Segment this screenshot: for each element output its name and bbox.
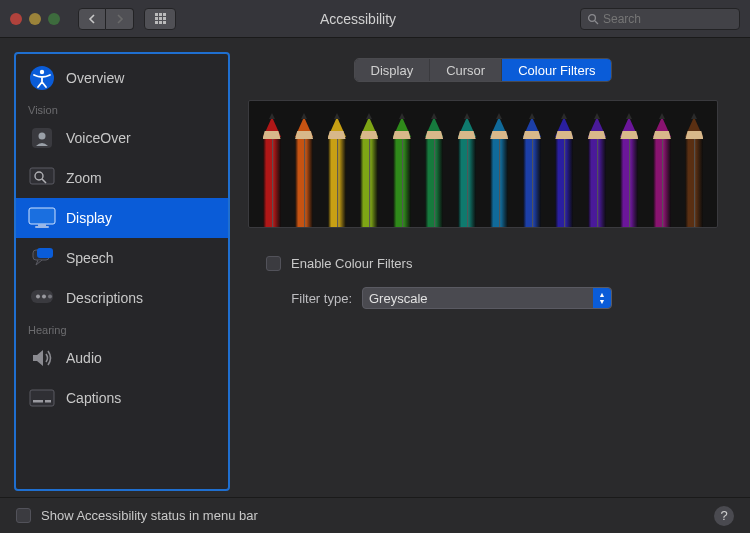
- svg-point-3: [40, 70, 44, 74]
- pencil: [424, 117, 444, 227]
- sidebar-item-label: VoiceOver: [66, 130, 131, 146]
- zoom-button[interactable]: [48, 13, 60, 25]
- accessibility-icon: [28, 64, 56, 92]
- forward-button[interactable]: [106, 8, 134, 30]
- sidebar-item-voiceover[interactable]: VoiceOver: [16, 118, 228, 158]
- audio-icon: [28, 344, 56, 372]
- enable-colour-filters-checkbox[interactable]: [266, 256, 281, 271]
- sidebar-section-vision: Vision: [16, 98, 228, 118]
- colour-preview: [248, 100, 718, 228]
- svg-line-1: [595, 21, 598, 24]
- filter-type-row: Filter type: Greyscale ▲▼: [266, 287, 718, 309]
- display-icon: [28, 204, 56, 232]
- pencil: [619, 117, 639, 227]
- svg-rect-11: [35, 226, 49, 228]
- svg-rect-13: [37, 248, 53, 258]
- tab-cursor[interactable]: Cursor: [430, 59, 502, 81]
- sidebar-item-descriptions[interactable]: Descriptions: [16, 278, 228, 318]
- sidebar-item-label: Display: [66, 210, 112, 226]
- sidebar-item-zoom[interactable]: Zoom: [16, 158, 228, 198]
- filter-type-select[interactable]: Greyscale ▲▼: [362, 287, 612, 309]
- sidebar-section-hearing: Hearing: [16, 318, 228, 338]
- enable-row: Enable Colour Filters: [266, 256, 718, 271]
- grid-icon: [155, 13, 166, 24]
- show-all-button[interactable]: [144, 8, 176, 30]
- pencil: [457, 117, 477, 227]
- pencil: [587, 117, 607, 227]
- svg-point-16: [42, 295, 46, 299]
- svg-rect-20: [45, 400, 51, 403]
- sidebar-item-label: Descriptions: [66, 290, 143, 306]
- search-field[interactable]: [580, 8, 740, 30]
- sidebar-item-label: Captions: [66, 390, 121, 406]
- pencil: [489, 117, 509, 227]
- close-button[interactable]: [10, 13, 22, 25]
- search-input[interactable]: [603, 12, 733, 26]
- pencil: [684, 117, 704, 227]
- minimize-button[interactable]: [29, 13, 41, 25]
- svg-rect-9: [29, 208, 55, 224]
- sidebar-item-captions[interactable]: Captions: [16, 378, 228, 418]
- titlebar: Accessibility: [0, 0, 750, 38]
- select-stepper-icon: ▲▼: [593, 288, 611, 308]
- tab-colour-filters[interactable]: Colour Filters: [502, 59, 611, 81]
- window-controls: [10, 13, 60, 25]
- tab-display[interactable]: Display: [355, 59, 431, 81]
- sidebar: Overview Vision VoiceOver Zoom Displa: [14, 52, 230, 491]
- show-status-checkbox[interactable]: [16, 508, 31, 523]
- pencil: [262, 117, 282, 227]
- main-panel: Display Cursor Colour Filters Enable Col…: [248, 52, 736, 491]
- voiceover-icon: [28, 124, 56, 152]
- sidebar-item-label: Overview: [66, 70, 124, 86]
- svg-point-0: [589, 14, 596, 21]
- sidebar-item-label: Zoom: [66, 170, 102, 186]
- pencil: [359, 117, 379, 227]
- sidebar-item-label: Speech: [66, 250, 113, 266]
- window-title: Accessibility: [186, 11, 570, 27]
- svg-rect-10: [38, 224, 46, 226]
- sidebar-item-label: Audio: [66, 350, 102, 366]
- pencil: [327, 117, 347, 227]
- footer: Show Accessibility status in menu bar ?: [0, 497, 750, 533]
- svg-point-5: [39, 133, 46, 140]
- captions-icon: [28, 384, 56, 412]
- svg-rect-18: [30, 390, 54, 406]
- enable-colour-filters-label: Enable Colour Filters: [291, 256, 412, 271]
- sidebar-item-overview[interactable]: Overview: [16, 58, 228, 98]
- filter-type-value: Greyscale: [369, 291, 428, 306]
- zoom-icon: [28, 164, 56, 192]
- filter-type-label: Filter type:: [266, 291, 352, 306]
- nav-buttons: [78, 8, 134, 30]
- svg-point-15: [36, 295, 40, 299]
- back-button[interactable]: [78, 8, 106, 30]
- sidebar-item-display[interactable]: Display: [16, 198, 228, 238]
- speech-icon: [28, 244, 56, 272]
- sidebar-item-speech[interactable]: Speech: [16, 238, 228, 278]
- help-button[interactable]: ?: [714, 506, 734, 526]
- search-icon: [587, 13, 599, 25]
- pencil: [652, 117, 672, 227]
- svg-point-17: [48, 295, 52, 299]
- show-status-label: Show Accessibility status in menu bar: [41, 508, 258, 523]
- svg-rect-6: [30, 168, 54, 184]
- sidebar-item-audio[interactable]: Audio: [16, 338, 228, 378]
- pencil: [294, 117, 314, 227]
- svg-rect-19: [33, 400, 43, 403]
- descriptions-icon: [28, 284, 56, 312]
- pencil: [554, 117, 574, 227]
- tab-bar: Display Cursor Colour Filters: [354, 58, 613, 82]
- pencil: [392, 117, 412, 227]
- pencil: [522, 117, 542, 227]
